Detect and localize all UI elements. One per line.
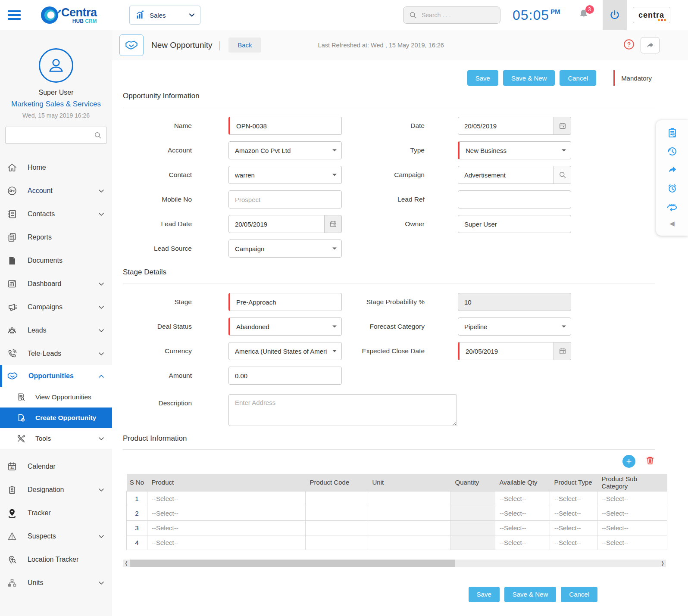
product-select-cell[interactable]: --Select-- <box>147 520 306 535</box>
table-horizontal-scrollbar[interactable]: ❬ ❭ <box>123 560 666 567</box>
lead-source-select[interactable]: Campaign <box>228 240 342 258</box>
currency-select[interactable]: America (United States of Ameri <box>228 342 342 360</box>
owner-input[interactable] <box>458 215 571 233</box>
user-avatar[interactable] <box>39 48 73 83</box>
account-select[interactable]: Amazon Co Pvt Ltd <box>228 141 342 159</box>
share-button[interactable] <box>666 163 678 176</box>
date-input[interactable] <box>458 117 554 134</box>
lead-date-calendar-button[interactable] <box>324 215 341 233</box>
sidebar-item-create-opportunity[interactable]: Create Opportunity <box>0 408 112 428</box>
date-calendar-button[interactable] <box>554 117 571 134</box>
unit-cell[interactable] <box>368 491 451 506</box>
unit-cell[interactable] <box>368 535 451 550</box>
campaign-lookup-button[interactable] <box>554 166 571 184</box>
expected-close-date-input[interactable] <box>460 342 554 360</box>
scrollbar-thumb[interactable] <box>130 560 455 567</box>
unit-cell[interactable] <box>368 506 451 520</box>
sidebar-item-account[interactable]: Account <box>0 179 112 202</box>
mobile-input[interactable] <box>229 191 341 208</box>
name-input[interactable] <box>230 117 341 134</box>
sidebar-item-opportunities[interactable]: Opportunities <box>0 365 112 387</box>
user-organization[interactable]: Marketing Sales & Services <box>0 100 112 109</box>
lead-date-input[interactable] <box>229 215 324 233</box>
type-select[interactable]: New Business <box>458 141 571 159</box>
unit-cell[interactable] <box>368 520 451 535</box>
scroll-right-arrow[interactable]: ❭ <box>659 560 666 566</box>
stage-field <box>228 293 342 311</box>
sidebar-item-reports[interactable]: Reports <box>0 226 112 249</box>
module-selector[interactable]: Sales <box>129 6 200 25</box>
tasks-clipboard-button[interactable] <box>666 126 678 139</box>
sidebar-item-location-tracker[interactable]: Location Tracker <box>0 548 112 571</box>
sidebar-item-units[interactable]: Units <box>0 571 112 594</box>
global-search-input[interactable] <box>422 12 491 19</box>
product-select-cell[interactable]: --Select-- <box>147 491 306 506</box>
cancel-button-bottom[interactable]: Cancel <box>561 587 597 602</box>
sidebar-item-view-opportunities[interactable]: View Opportunities <box>0 387 112 408</box>
sidebar-item-tools[interactable]: Tools <box>0 428 112 449</box>
amount-input[interactable] <box>229 367 341 384</box>
available-qty-cell[interactable]: --Select-- <box>495 520 550 535</box>
save-button-bottom[interactable]: Save <box>469 587 500 602</box>
scroll-left-arrow[interactable]: ❬ <box>123 560 130 566</box>
sidebar-item-tele-leads[interactable]: Tele-Leads <box>0 342 112 365</box>
product-select-cell[interactable]: --Select-- <box>147 506 306 520</box>
panel-collapse-button[interactable]: ◀ <box>669 220 675 227</box>
sidebar-item-tracker[interactable]: Tracker <box>0 501 112 525</box>
cancel-button[interactable]: Cancel <box>560 70 596 86</box>
product-code-cell[interactable] <box>306 491 368 506</box>
sidebar-item-documents[interactable]: Documents <box>0 249 112 272</box>
sidebar-item-contacts[interactable]: Contacts <box>0 202 112 226</box>
product-code-cell[interactable] <box>306 506 368 520</box>
description-textarea[interactable] <box>228 394 457 426</box>
menu-toggle-icon[interactable] <box>8 10 21 20</box>
product-type-cell[interactable]: --Select-- <box>550 535 597 550</box>
forecast-category-select[interactable]: Pipeline <box>458 317 571 336</box>
deal-status-select[interactable]: Abandoned <box>228 317 342 336</box>
sidebar-item-home[interactable]: Home <box>0 156 112 179</box>
logout-button[interactable] <box>603 0 627 30</box>
section-divider <box>123 283 655 283</box>
product-type-cell[interactable]: --Select-- <box>550 506 597 520</box>
reminder-button[interactable] <box>666 182 678 195</box>
campaign-input[interactable] <box>458 166 554 184</box>
save-button[interactable]: Save <box>467 70 498 86</box>
stage-input[interactable] <box>230 293 341 311</box>
available-qty-cell[interactable]: --Select-- <box>495 491 550 506</box>
share-button[interactable] <box>641 37 660 53</box>
product-sub-category-cell[interactable]: --Select-- <box>597 491 667 506</box>
delete-row-button[interactable] <box>645 455 655 467</box>
sidebar-item-dashboard[interactable]: Dashboard <box>0 272 112 296</box>
product-code-cell[interactable] <box>306 535 368 550</box>
product-code-cell[interactable] <box>306 520 368 535</box>
sidebar-item-suspects[interactable]: Suspects <box>0 525 112 548</box>
history-button[interactable] <box>666 145 678 158</box>
save-and-new-button[interactable]: Save & New <box>503 70 555 86</box>
product-type-cell[interactable]: --Select-- <box>550 520 597 535</box>
sidebar-item-calendar[interactable]: 31 Calendar <box>0 455 112 478</box>
sidebar-item-campaigns[interactable]: Campaigns <box>0 296 112 319</box>
product-type-cell[interactable]: --Select-- <box>550 491 597 506</box>
lead-ref-input[interactable] <box>458 191 571 208</box>
clock-period: PM <box>550 8 560 15</box>
notifications-button[interactable]: 3 <box>578 8 591 22</box>
contact-select[interactable]: warren <box>228 166 342 184</box>
sidebar-item-leads[interactable]: Leads <box>0 319 112 342</box>
expected-close-date-calendar-button[interactable] <box>554 342 571 360</box>
product-select-cell[interactable]: --Select-- <box>147 535 306 550</box>
available-qty-cell[interactable]: --Select-- <box>495 506 550 520</box>
product-sub-category-cell[interactable]: --Select-- <box>597 520 667 535</box>
available-qty-cell[interactable]: --Select-- <box>495 535 550 550</box>
global-search[interactable] <box>403 6 500 24</box>
help-button[interactable]: ? <box>623 39 635 52</box>
save-and-new-button-bottom[interactable]: Save & New <box>504 587 557 602</box>
product-sub-category-cell[interactable]: --Select-- <box>597 506 667 520</box>
sidebar-search-input[interactable] <box>10 132 94 139</box>
table-row: 2 --Select-- --Select-- --Select-- --Sel… <box>127 506 667 520</box>
sidebar-item-designation[interactable]: Designation <box>0 478 112 501</box>
360-view-button[interactable]: 360° <box>666 200 679 213</box>
add-row-button[interactable]: + <box>622 455 635 468</box>
sidebar-search[interactable] <box>5 127 107 144</box>
product-sub-category-cell[interactable]: --Select-- <box>597 535 667 550</box>
back-button[interactable]: Back <box>228 37 261 53</box>
